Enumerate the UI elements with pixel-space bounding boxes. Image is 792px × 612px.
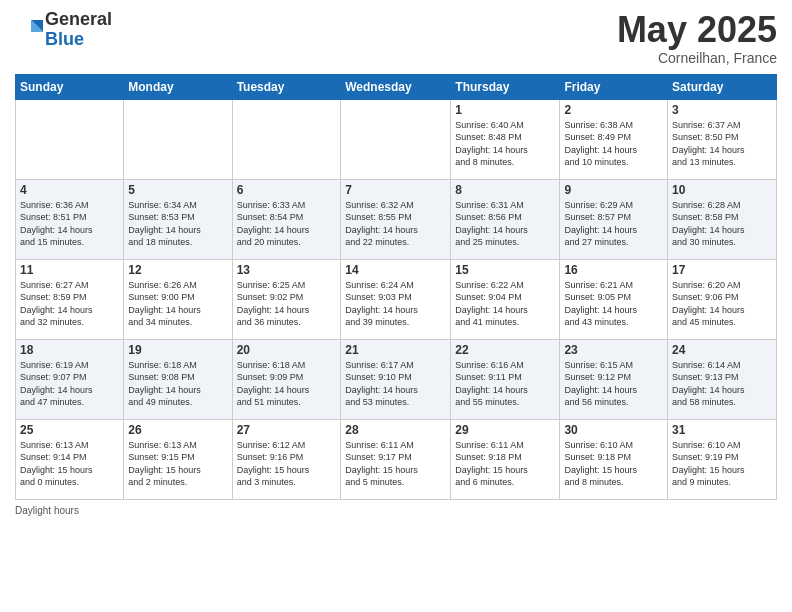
day-number: 5 (128, 183, 227, 197)
calendar-cell: 27Sunrise: 6:12 AM Sunset: 9:16 PM Dayli… (232, 419, 341, 499)
day-number: 15 (455, 263, 555, 277)
weekday-header: Tuesday (232, 74, 341, 99)
logo-blue-text: Blue (45, 29, 84, 49)
calendar-cell: 11Sunrise: 6:27 AM Sunset: 8:59 PM Dayli… (16, 259, 124, 339)
day-info: Sunrise: 6:20 AM Sunset: 9:06 PM Dayligh… (672, 279, 772, 329)
calendar-cell: 23Sunrise: 6:15 AM Sunset: 9:12 PM Dayli… (560, 339, 668, 419)
day-number: 17 (672, 263, 772, 277)
calendar-cell: 26Sunrise: 6:13 AM Sunset: 9:15 PM Dayli… (124, 419, 232, 499)
calendar-week-row: 25Sunrise: 6:13 AM Sunset: 9:14 PM Dayli… (16, 419, 777, 499)
day-info: Sunrise: 6:31 AM Sunset: 8:56 PM Dayligh… (455, 199, 555, 249)
day-info: Sunrise: 6:40 AM Sunset: 8:48 PM Dayligh… (455, 119, 555, 169)
day-info: Sunrise: 6:14 AM Sunset: 9:13 PM Dayligh… (672, 359, 772, 409)
weekday-header: Saturday (668, 74, 777, 99)
daylight-label: Daylight hours (15, 505, 79, 516)
day-info: Sunrise: 6:36 AM Sunset: 8:51 PM Dayligh… (20, 199, 119, 249)
calendar-cell (341, 99, 451, 179)
header: General Blue May 2025 Corneilhan, France (15, 10, 777, 66)
calendar-cell: 30Sunrise: 6:10 AM Sunset: 9:18 PM Dayli… (560, 419, 668, 499)
calendar-cell: 20Sunrise: 6:18 AM Sunset: 9:09 PM Dayli… (232, 339, 341, 419)
day-number: 6 (237, 183, 337, 197)
day-info: Sunrise: 6:11 AM Sunset: 9:17 PM Dayligh… (345, 439, 446, 489)
day-number: 8 (455, 183, 555, 197)
calendar-cell: 10Sunrise: 6:28 AM Sunset: 8:58 PM Dayli… (668, 179, 777, 259)
day-info: Sunrise: 6:13 AM Sunset: 9:14 PM Dayligh… (20, 439, 119, 489)
day-number: 11 (20, 263, 119, 277)
day-number: 9 (564, 183, 663, 197)
day-number: 12 (128, 263, 227, 277)
weekday-header: Monday (124, 74, 232, 99)
calendar-cell: 6Sunrise: 6:33 AM Sunset: 8:54 PM Daylig… (232, 179, 341, 259)
calendar-cell: 22Sunrise: 6:16 AM Sunset: 9:11 PM Dayli… (451, 339, 560, 419)
day-number: 19 (128, 343, 227, 357)
month-title: May 2025 (617, 10, 777, 50)
calendar-cell: 5Sunrise: 6:34 AM Sunset: 8:53 PM Daylig… (124, 179, 232, 259)
day-number: 24 (672, 343, 772, 357)
day-number: 18 (20, 343, 119, 357)
calendar-cell: 3Sunrise: 6:37 AM Sunset: 8:50 PM Daylig… (668, 99, 777, 179)
day-number: 23 (564, 343, 663, 357)
calendar-cell: 15Sunrise: 6:22 AM Sunset: 9:04 PM Dayli… (451, 259, 560, 339)
calendar-cell (124, 99, 232, 179)
day-info: Sunrise: 6:17 AM Sunset: 9:10 PM Dayligh… (345, 359, 446, 409)
day-number: 21 (345, 343, 446, 357)
day-info: Sunrise: 6:22 AM Sunset: 9:04 PM Dayligh… (455, 279, 555, 329)
calendar-cell: 21Sunrise: 6:17 AM Sunset: 9:10 PM Dayli… (341, 339, 451, 419)
day-info: Sunrise: 6:24 AM Sunset: 9:03 PM Dayligh… (345, 279, 446, 329)
day-info: Sunrise: 6:10 AM Sunset: 9:19 PM Dayligh… (672, 439, 772, 489)
day-info: Sunrise: 6:21 AM Sunset: 9:05 PM Dayligh… (564, 279, 663, 329)
weekday-header: Friday (560, 74, 668, 99)
logo-general-text: General (45, 9, 112, 29)
day-info: Sunrise: 6:26 AM Sunset: 9:00 PM Dayligh… (128, 279, 227, 329)
calendar-cell: 24Sunrise: 6:14 AM Sunset: 9:13 PM Dayli… (668, 339, 777, 419)
calendar-cell: 9Sunrise: 6:29 AM Sunset: 8:57 PM Daylig… (560, 179, 668, 259)
day-number: 31 (672, 423, 772, 437)
footer: Daylight hours (15, 505, 777, 516)
day-info: Sunrise: 6:10 AM Sunset: 9:18 PM Dayligh… (564, 439, 663, 489)
calendar-cell: 18Sunrise: 6:19 AM Sunset: 9:07 PM Dayli… (16, 339, 124, 419)
day-number: 7 (345, 183, 446, 197)
calendar-week-row: 1Sunrise: 6:40 AM Sunset: 8:48 PM Daylig… (16, 99, 777, 179)
calendar-cell: 7Sunrise: 6:32 AM Sunset: 8:55 PM Daylig… (341, 179, 451, 259)
calendar-cell: 12Sunrise: 6:26 AM Sunset: 9:00 PM Dayli… (124, 259, 232, 339)
day-number: 25 (20, 423, 119, 437)
day-info: Sunrise: 6:15 AM Sunset: 9:12 PM Dayligh… (564, 359, 663, 409)
title-block: May 2025 Corneilhan, France (617, 10, 777, 66)
location: Corneilhan, France (617, 50, 777, 66)
day-number: 26 (128, 423, 227, 437)
day-info: Sunrise: 6:28 AM Sunset: 8:58 PM Dayligh… (672, 199, 772, 249)
day-info: Sunrise: 6:29 AM Sunset: 8:57 PM Dayligh… (564, 199, 663, 249)
day-info: Sunrise: 6:27 AM Sunset: 8:59 PM Dayligh… (20, 279, 119, 329)
calendar-week-row: 11Sunrise: 6:27 AM Sunset: 8:59 PM Dayli… (16, 259, 777, 339)
day-info: Sunrise: 6:25 AM Sunset: 9:02 PM Dayligh… (237, 279, 337, 329)
day-info: Sunrise: 6:33 AM Sunset: 8:54 PM Dayligh… (237, 199, 337, 249)
day-info: Sunrise: 6:12 AM Sunset: 9:16 PM Dayligh… (237, 439, 337, 489)
calendar-cell: 25Sunrise: 6:13 AM Sunset: 9:14 PM Dayli… (16, 419, 124, 499)
calendar-cell (16, 99, 124, 179)
weekday-header: Sunday (16, 74, 124, 99)
weekday-header-row: SundayMondayTuesdayWednesdayThursdayFrid… (16, 74, 777, 99)
day-number: 14 (345, 263, 446, 277)
day-info: Sunrise: 6:18 AM Sunset: 9:09 PM Dayligh… (237, 359, 337, 409)
calendar-cell: 2Sunrise: 6:38 AM Sunset: 8:49 PM Daylig… (560, 99, 668, 179)
calendar-cell: 1Sunrise: 6:40 AM Sunset: 8:48 PM Daylig… (451, 99, 560, 179)
calendar-week-row: 18Sunrise: 6:19 AM Sunset: 9:07 PM Dayli… (16, 339, 777, 419)
calendar-cell: 8Sunrise: 6:31 AM Sunset: 8:56 PM Daylig… (451, 179, 560, 259)
day-info: Sunrise: 6:37 AM Sunset: 8:50 PM Dayligh… (672, 119, 772, 169)
day-info: Sunrise: 6:38 AM Sunset: 8:49 PM Dayligh… (564, 119, 663, 169)
logo-icon (15, 16, 43, 44)
day-number: 28 (345, 423, 446, 437)
day-number: 10 (672, 183, 772, 197)
calendar-table: SundayMondayTuesdayWednesdayThursdayFrid… (15, 74, 777, 500)
weekday-header: Thursday (451, 74, 560, 99)
day-number: 22 (455, 343, 555, 357)
day-number: 29 (455, 423, 555, 437)
day-number: 2 (564, 103, 663, 117)
calendar-cell: 4Sunrise: 6:36 AM Sunset: 8:51 PM Daylig… (16, 179, 124, 259)
page: General Blue May 2025 Corneilhan, France… (0, 0, 792, 612)
calendar-cell: 19Sunrise: 6:18 AM Sunset: 9:08 PM Dayli… (124, 339, 232, 419)
calendar-cell: 31Sunrise: 6:10 AM Sunset: 9:19 PM Dayli… (668, 419, 777, 499)
day-info: Sunrise: 6:19 AM Sunset: 9:07 PM Dayligh… (20, 359, 119, 409)
calendar-cell: 28Sunrise: 6:11 AM Sunset: 9:17 PM Dayli… (341, 419, 451, 499)
calendar-cell: 13Sunrise: 6:25 AM Sunset: 9:02 PM Dayli… (232, 259, 341, 339)
